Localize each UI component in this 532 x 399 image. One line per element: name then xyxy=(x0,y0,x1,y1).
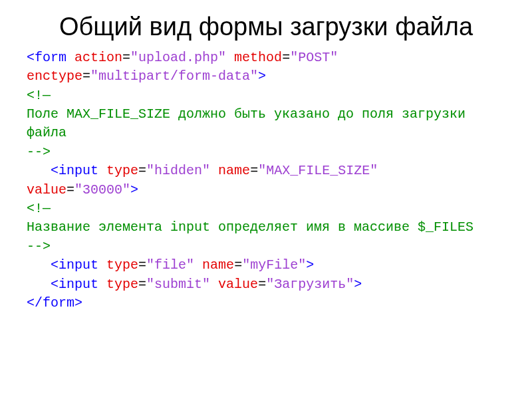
comment-open: <!— xyxy=(27,201,51,216)
space xyxy=(98,163,106,178)
comment-close: --> xyxy=(27,144,51,160)
equals: = xyxy=(82,68,90,84)
comment-open: <!— xyxy=(27,88,51,103)
tag-input-open: <input xyxy=(51,257,98,273)
attr-value: value xyxy=(218,277,258,292)
attr-name: name xyxy=(202,257,234,273)
equals: = xyxy=(282,50,290,65)
val-name-maxfile: "MAX_FILE_SIZE" xyxy=(258,163,378,178)
val-type-hidden: "hidden" xyxy=(146,163,210,178)
slide: Общий вид формы загрузки файла <form act… xyxy=(0,0,532,399)
equals: = xyxy=(234,257,242,273)
page-title: Общий вид формы загрузки файла xyxy=(27,12,505,42)
val-value-upload: "Загрузить" xyxy=(266,277,354,292)
val-action: "upload.php" xyxy=(130,50,226,65)
equals: = xyxy=(250,163,258,178)
equals: = xyxy=(258,277,266,292)
val-type-file: "file" xyxy=(146,257,194,273)
space xyxy=(98,277,106,292)
attr-type: type xyxy=(106,163,138,178)
space xyxy=(194,257,202,273)
attr-type: type xyxy=(106,257,138,273)
comment-text: Название элемента input определяет имя в… xyxy=(27,219,473,235)
val-enctype: "multipart/form-data" xyxy=(90,68,258,84)
indent xyxy=(27,277,51,292)
attr-action: action xyxy=(74,50,122,65)
tag-input-open: <input xyxy=(51,277,98,292)
val-value-30000: "30000" xyxy=(74,182,130,198)
space xyxy=(98,257,106,273)
attr-type: type xyxy=(106,277,138,292)
equals: = xyxy=(66,182,74,198)
equals: = xyxy=(122,50,130,65)
space xyxy=(66,50,74,65)
equals: = xyxy=(138,277,146,292)
equals: = xyxy=(138,163,146,178)
tag-form-open: <form xyxy=(27,50,66,65)
attr-enctype: enctype xyxy=(27,68,82,84)
tag-close-gt: > xyxy=(130,182,138,198)
code-block: <form action="upload.php" method="POST" … xyxy=(27,49,505,313)
attr-value: value xyxy=(27,182,66,198)
comment-text: Поле MAX_FILE_SIZE должно быть указано д… xyxy=(27,106,473,140)
comment-close: --> xyxy=(27,239,51,254)
indent xyxy=(27,257,51,273)
val-method: "POST" xyxy=(290,50,338,65)
space xyxy=(210,163,218,178)
space xyxy=(226,50,234,65)
tag-input-open: <input xyxy=(51,163,98,178)
space xyxy=(210,277,218,292)
tag-close-gt: > xyxy=(306,257,314,273)
val-type-submit: "submit" xyxy=(146,277,210,292)
attr-name: name xyxy=(218,163,250,178)
tag-close-gt: > xyxy=(354,277,362,292)
tag-form-close: </form> xyxy=(27,295,82,311)
indent xyxy=(27,163,51,178)
tag-close-gt: > xyxy=(258,68,266,84)
attr-method: method xyxy=(234,50,282,65)
equals: = xyxy=(138,257,146,273)
val-name-myfile: "myFile" xyxy=(242,257,306,273)
